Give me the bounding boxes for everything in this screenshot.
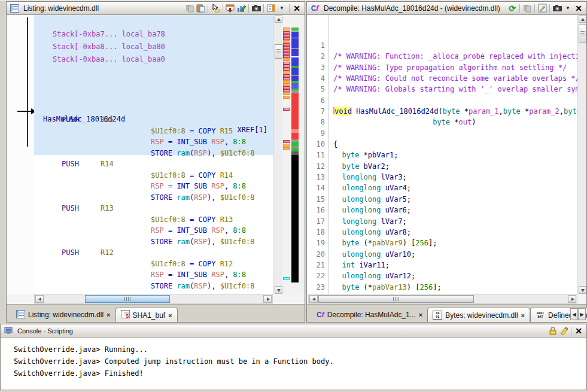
close-icon[interactable]: ✕ [573, 4, 584, 13]
pcode-row[interactable]: $U1cf0:8 = COPY R15 [34, 126, 273, 137]
tab-close-icon[interactable]: × [521, 312, 525, 319]
instruction-row[interactable]: PUSHR12 [34, 247, 273, 259]
code-line[interactable]: 7void HasMulAdc_18016d24d(byte *param_1,… [307, 106, 577, 117]
bookmark-marker[interactable] [283, 28, 290, 31]
overview-stripe[interactable] [291, 57, 299, 66]
bookmark-marker[interactable] [283, 86, 290, 89]
tab-close-icon[interactable]: × [107, 311, 110, 318]
scroll-up-button[interactable] [579, 15, 586, 23]
overview-stripe[interactable] [291, 83, 299, 89]
tab-close-icon[interactable]: × [419, 311, 422, 318]
overview-stripe[interactable] [291, 76, 299, 81]
tab-close-icon[interactable]: × [168, 312, 172, 319]
panel-icon[interactable] [266, 4, 276, 13]
bookmark-marker[interactable] [283, 62, 290, 65]
code-line[interactable]: 8 byte *out) [307, 117, 577, 127]
pcode-row[interactable]: STORE ram(RSP), $U1cf0:8 [34, 281, 273, 292]
camera-icon[interactable] [251, 4, 261, 13]
code-line[interactable]: 2/* WARNING: Function: _alloca_probe rep… [307, 51, 577, 62]
pcode-row[interactable]: STORE ram(RSP), $U1cf0:8 [34, 192, 273, 203]
overview-stripe[interactable] [291, 93, 299, 129]
scroll-right-button[interactable] [263, 295, 272, 303]
bookmark-marker[interactable] [283, 92, 290, 95]
overview-stripe[interactable] [291, 38, 299, 48]
code-line[interactable]: 13 longlong lVar3; [307, 172, 577, 183]
listing-vertical-scrollbar[interactable] [273, 15, 282, 294]
bookmark-marker[interactable] [283, 58, 290, 61]
close-icon[interactable]: ✕ [573, 326, 584, 336]
right-arrow-icon[interactable]: ▶ [578, 308, 586, 320]
code-line[interactable]: 18 ulonglong uVar8; [307, 227, 577, 238]
bookmark-marker[interactable] [283, 34, 290, 37]
tab-listing-widevinecdm-dll[interactable]: Listing: widevinecdm.dll× [11, 308, 115, 322]
caret-down-icon[interactable]: ▼ [562, 4, 573, 13]
tab-decompile-hasmuladc-1-[interactable]: CfDecompile: HasMulAdc_1...× [312, 308, 427, 322]
bookmark-marker[interactable] [283, 65, 290, 68]
bookmark-marker[interactable] [283, 68, 290, 71]
bookmark-marker[interactable] [283, 147, 290, 150]
overview-stripe[interactable] [291, 142, 299, 146]
bookmark-marker[interactable] [283, 74, 290, 77]
bookmark-marker[interactable] [283, 55, 290, 58]
stack-line[interactable]: Stack[-0xbaa... local_baa0 [53, 53, 165, 66]
code-line[interactable]: 17 longlong lVar7; [307, 216, 577, 227]
overview-stripe[interactable] [291, 155, 299, 282]
decompiled-code-area[interactable]: 12/* WARNING: Function: _alloca_probe re… [307, 15, 577, 294]
code-line[interactable]: 5/* WARNING: Globals starting with '_' o… [307, 84, 577, 95]
edit-chart-icon[interactable] [236, 4, 247, 13]
bookmark-marker[interactable] [283, 83, 290, 86]
tab-bytes-widevinecdm-dll[interactable]: 1001Bytes: widevinecdm.dll× [427, 308, 530, 322]
decompile-horizontal-scrollbar[interactable] [308, 294, 577, 304]
stack-line[interactable]: Stack[-0xba8... local_ba80 [53, 41, 165, 53]
pcode-row[interactable]: RSP = INT_SUB RSP, 8:8 [34, 225, 273, 236]
code-line[interactable]: 4/* WARNING: Could not reconcile some va… [307, 73, 577, 84]
edit-icon[interactable] [537, 4, 548, 13]
caret-down-icon[interactable]: ▼ [276, 4, 287, 13]
bookmark-marker[interactable] [283, 77, 290, 80]
console-output[interactable]: SwitchOverride.java> Running...SwitchOve… [1, 338, 586, 390]
scrollbar-thumb[interactable] [275, 44, 282, 59]
listing-text-area[interactable]: Stack[-0xba7... local_ba78Stack[-0xba8..… [34, 15, 273, 294]
code-line[interactable]: 1 [307, 40, 577, 51]
cursor-icon[interactable] [210, 4, 221, 13]
scrollbar-thumb[interactable] [579, 25, 586, 42]
pcode-row[interactable]: RSP = INT_SUB RSP, 8:8 [34, 136, 273, 148]
close-icon[interactable]: ✕ [291, 4, 302, 13]
eraser-icon[interactable] [558, 326, 569, 336]
copy-icon[interactable] [522, 4, 533, 13]
pcode-row[interactable]: RSP = INT_SUB RSP, 8:8 [34, 181, 273, 192]
overview-stripe[interactable] [291, 49, 299, 56]
bookmark-marker[interactable] [283, 43, 290, 46]
scroll-left-button[interactable] [309, 295, 318, 303]
code-line[interactable]: 19 byte (*pabVar9) [256]; [307, 238, 577, 248]
camera-icon[interactable] [552, 4, 562, 13]
refresh-icon[interactable]: ⟳ [507, 4, 518, 13]
instruction-row[interactable]: PUSHR15 [34, 114, 273, 126]
code-line[interactable]: 16 ulonglong uVar6; [307, 205, 577, 215]
bookmark-marker[interactable] [283, 49, 290, 52]
pcode-row[interactable]: STORE ram(RSP), $U1cf0:8 [34, 148, 273, 159]
pcode-row[interactable]: $U1cf0:8 = COPY R12 [34, 259, 273, 270]
overview-stripe[interactable] [291, 68, 299, 75]
overview-stripe[interactable] [291, 133, 299, 139]
code-line[interactable]: 22 ulonglong uVar12; [307, 271, 577, 281]
code-line[interactable]: 10{ [307, 139, 577, 150]
code-line[interactable]: 12 byte bVar2; [307, 161, 577, 172]
bookmark-marker[interactable] [283, 46, 290, 49]
bookmark-marker[interactable] [283, 71, 290, 74]
code-line[interactable]: 3/* WARNING: Type propagation algorithm … [307, 62, 577, 73]
bookmark-marker[interactable] [283, 89, 290, 92]
window-down-icon[interactable] [225, 4, 236, 13]
instruction-row[interactable]: PUSHR14 [34, 159, 273, 170]
bookmark-marker[interactable] [283, 140, 290, 143]
code-line[interactable]: 21 int iVar11; [307, 260, 577, 271]
bookmark-marker[interactable] [283, 96, 290, 99]
bookmark-marker[interactable] [283, 31, 290, 34]
left-arrow-icon[interactable]: ◀ [570, 308, 578, 320]
listing-horizontal-scrollbar[interactable] [34, 294, 273, 304]
scroll-right-button[interactable] [568, 295, 576, 303]
tab-sha1-buf[interactable]: SSHA1_buf× [115, 308, 178, 322]
bookmark-marker[interactable] [283, 52, 290, 55]
bookmark-marker[interactable] [283, 144, 290, 147]
bookmark-marker[interactable] [283, 40, 290, 43]
